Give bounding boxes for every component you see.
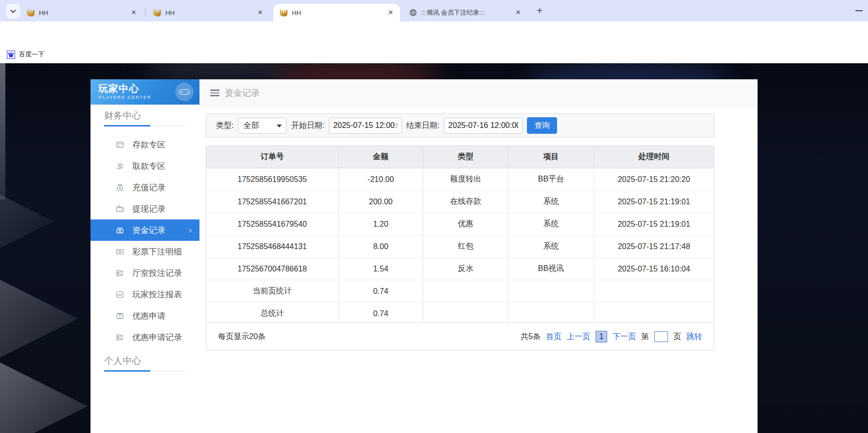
hh-gold-icon <box>27 9 35 17</box>
end-date-input[interactable] <box>444 118 523 134</box>
main-panel: 资金记录 类型: 全部 开始日期: 结束日期: 查询 订单号金额类型项目处理时间… <box>199 79 758 433</box>
table-cell: 1752585468444131 <box>206 235 339 258</box>
table-cell: 2025-07-15 21:19:01 <box>594 213 714 235</box>
bookmark-baidu[interactable]: 百度一下 <box>7 50 44 59</box>
prev-page-link[interactable]: 上一页 <box>567 332 590 342</box>
tab-video-records[interactable]: :::视讯 会员下注纪录::: ✕ <box>403 4 527 21</box>
table-cell <box>508 280 594 303</box>
sidebar-header: 玩家中心 PLAYERS CENTER <box>90 79 199 105</box>
type-select-value: 全部 <box>243 121 259 131</box>
sidebar-item-1[interactable]: 取款专区 <box>90 155 199 177</box>
sidebar-item-label: 提现记录 <box>132 203 165 215</box>
promo-record-icon <box>116 333 125 342</box>
table-cell: 红包 <box>423 235 508 258</box>
section-finance-title: 财务中心 <box>104 109 141 122</box>
table-row: 17525670047866181.54反水BB视讯2025-07-15 16:… <box>206 258 714 280</box>
jump-button[interactable]: 跳转 <box>687 332 702 342</box>
table-header-cell: 处理时间 <box>594 146 714 168</box>
table-cell: 在线存款 <box>423 191 508 213</box>
table-cell: 1752567004786618 <box>206 258 339 280</box>
table-cell: 系统 <box>508 235 594 258</box>
table-cell: 200.00 <box>339 191 423 213</box>
start-date-input[interactable] <box>329 118 402 134</box>
table-cell: 1752585541667201 <box>206 191 339 213</box>
sidebar-item-3[interactable]: 提现记录 <box>90 198 199 219</box>
jump-page-input[interactable] <box>654 331 668 342</box>
table-header-row: 订单号金额类型项目处理时间 <box>206 146 714 168</box>
end-date-label: 结束日期: <box>406 121 439 131</box>
table-cell: 2025-07-15 21:20:20 <box>594 168 714 191</box>
hh-gold-icon <box>153 9 161 17</box>
bg-left-strip <box>0 63 5 199</box>
table-cell: 系统 <box>508 191 594 213</box>
table-cell: 2025-07-15 16:10:04 <box>594 258 714 280</box>
wallet-icon <box>116 204 125 213</box>
tab-close-icon[interactable]: ✕ <box>256 8 265 17</box>
table-header-cell: 类型 <box>423 146 508 168</box>
bg-polygon <box>0 268 78 370</box>
type-select[interactable]: 全部 <box>238 118 287 134</box>
tab-hh-1[interactable]: HH ✕ <box>20 4 143 21</box>
jump-prefix-label: 第 <box>641 332 649 342</box>
sidebar-item-label: 充值记录 <box>132 182 165 193</box>
sidebar-item-2[interactable]: 充值记录 <box>90 177 199 198</box>
jump-suffix-label: 页 <box>673 332 681 342</box>
sidebar-item-label: 优惠申请记录 <box>132 332 182 343</box>
tab-close-icon[interactable]: ✕ <box>386 8 395 17</box>
chevron-down-icon <box>277 125 282 127</box>
new-tab-button[interactable]: + <box>533 5 546 18</box>
table-cell: 0.74 <box>339 280 423 303</box>
sidebar-item-label: 优惠申请 <box>132 310 165 322</box>
browser-toolbar: 78686.tv/hhcp/usercenter.html?iniType=6 <box>0 21 868 46</box>
hamburger-icon[interactable] <box>210 90 219 96</box>
table-cell: 系统 <box>508 213 594 235</box>
globe-icon <box>409 9 417 17</box>
sidebar-item-label: 彩票下注明细 <box>132 246 182 257</box>
window-minimize-button[interactable] <box>855 10 863 11</box>
tab-hh-2[interactable]: HH ✕ <box>147 4 270 21</box>
search-button[interactable]: 查询 <box>527 117 557 134</box>
sidebar-title: 玩家中心 <box>98 82 139 95</box>
table-cell <box>594 303 714 325</box>
table-header-cell: 订单号 <box>206 146 339 168</box>
table-row: 1752585541667201200.00在线存款系统2025-07-15 2… <box>206 191 714 213</box>
table-cell: BB视讯 <box>508 258 594 280</box>
tab-search-button[interactable] <box>6 4 20 18</box>
sidebar-item-4[interactable]: 资金记录› <box>90 219 199 241</box>
sidebar-item-5[interactable]: 彩票下注明细 <box>90 241 199 262</box>
table-cell: 2025-07-15 21:19:01 <box>594 191 714 213</box>
start-date-label: 开始日期: <box>291 121 324 131</box>
sidebar-item-6[interactable]: 厅室投注记录 <box>90 262 199 284</box>
bookmark-label: 百度一下 <box>19 50 44 59</box>
bookmarks-bar: 百度一下 <box>0 46 868 63</box>
tab-title: :::视讯 会员下注纪录::: <box>421 8 514 17</box>
sidebar-item-label: 资金记录 <box>132 225 165 236</box>
tab-separator <box>145 8 145 17</box>
table-row: 17525855416795401.20优惠系统2025-07-15 21:19… <box>206 213 714 235</box>
section-divider <box>104 126 186 126</box>
gamepad-icon <box>175 83 194 101</box>
sidebar-item-0[interactable]: 存款专区 <box>90 134 199 155</box>
moneybag-icon <box>116 183 125 192</box>
sidebar-item-9[interactable]: 优惠申请记录 <box>90 326 199 348</box>
table-row: 17525854684441318.00红包系统2025-07-15 21:17… <box>206 235 714 258</box>
table-row: 总统计0.74 <box>206 303 714 325</box>
sidebar-item-8[interactable]: 优惠申请 <box>90 305 199 326</box>
first-page-link[interactable]: 首页 <box>546 332 561 342</box>
main-header: 资金记录 <box>199 79 758 107</box>
next-page-link[interactable]: 下一页 <box>613 332 636 342</box>
table-cell: -210.00 <box>339 168 423 191</box>
table-cell: 0.74 <box>339 303 423 325</box>
chevron-down-icon <box>10 9 16 13</box>
tab-close-icon[interactable]: ✕ <box>514 8 523 17</box>
current-page-badge[interactable]: 1 <box>596 331 607 343</box>
pagination-bar: 每页显示20条 共5条 首页 上一页 1 下一页 第 页 跳转 <box>206 323 714 351</box>
tab-title: HH <box>39 9 129 17</box>
bg-polygon <box>0 185 54 258</box>
tab-hh-3-active[interactable]: HH ✕ <box>273 4 400 21</box>
sidebar-item-7[interactable]: 玩家投注报表 <box>90 284 199 305</box>
table-row: 当前页统计0.74 <box>206 280 714 303</box>
table-cell: 反水 <box>423 258 508 280</box>
tab-title: HH <box>292 9 386 17</box>
tab-close-icon[interactable]: ✕ <box>129 8 138 17</box>
